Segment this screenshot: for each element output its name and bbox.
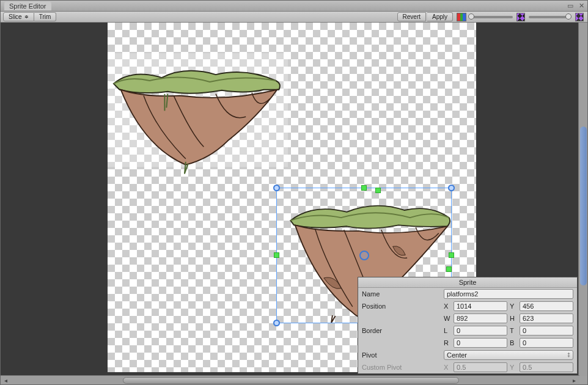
apply-button[interactable]: Apply bbox=[427, 12, 453, 21]
cp-y-label: Y bbox=[510, 364, 518, 371]
horizontal-scrollbar-thumb[interactable] bbox=[123, 377, 459, 384]
border-label: Border bbox=[362, 327, 441, 334]
hscroll-right-arrow-icon[interactable]: ▸ bbox=[570, 376, 578, 384]
pivot-label: Pivot bbox=[362, 351, 441, 359]
cp-y-field: 0.5 bbox=[520, 362, 573, 372]
sprite-inspector: Sprite Name platforms2 Position X1014 Y4… bbox=[358, 277, 578, 374]
pos-h-label: H bbox=[510, 315, 518, 322]
cp-x-field: 0.5 bbox=[454, 362, 507, 372]
border-b-label: B bbox=[510, 339, 518, 346]
slice-dropdown-arrow-icon: ≑ bbox=[24, 14, 29, 20]
close-icon[interactable]: ✕ bbox=[578, 2, 585, 9]
border-t-label: T bbox=[510, 327, 518, 334]
trim-button[interactable]: Trim bbox=[34, 12, 57, 21]
vertical-scrollbar-thumb[interactable] bbox=[580, 127, 587, 285]
horizontal-scrollbar[interactable]: ◂ ▸ bbox=[1, 375, 579, 384]
dropdown-arrow-icon: ‡ bbox=[567, 352, 570, 358]
border-l-field[interactable]: 0 bbox=[454, 326, 507, 336]
alpha-slider[interactable] bbox=[470, 16, 513, 18]
window-title-tab[interactable]: Sprite Editor bbox=[4, 2, 51, 10]
pos-y-field[interactable]: 456 bbox=[520, 301, 573, 311]
alpha-slider-thumb[interactable] bbox=[468, 13, 474, 20]
sprite-editor-window: Sprite Editor ▭ ✕ Slice ≑ Trim Revert Ap… bbox=[0, 0, 588, 385]
border-l-label: L bbox=[444, 327, 452, 334]
window-controls: ▭ ✕ bbox=[567, 2, 585, 9]
sprite-thumbnail-1[interactable] bbox=[108, 56, 288, 178]
pos-w-label: W bbox=[444, 315, 452, 322]
pivot-dropdown[interactable]: Center ‡ bbox=[444, 350, 573, 360]
mip-checker-icon[interactable] bbox=[575, 13, 584, 21]
pos-w-field[interactable]: 892 bbox=[454, 314, 507, 323]
inspector-header: Sprite bbox=[358, 277, 577, 288]
border-r-field[interactable]: 0 bbox=[454, 338, 507, 348]
zoom-slider-thumb[interactable] bbox=[565, 13, 571, 20]
border-r-label: R bbox=[444, 339, 452, 346]
border-b-field[interactable]: 0 bbox=[520, 338, 573, 348]
zoom-slider[interactable] bbox=[529, 16, 571, 18]
toolbar-right: Revert Apply bbox=[397, 12, 584, 21]
title-bar: Sprite Editor ▭ ✕ bbox=[1, 1, 587, 12]
pos-x-label: X bbox=[444, 302, 452, 310]
hscroll-left-arrow-icon[interactable]: ◂ bbox=[2, 376, 10, 384]
pos-x-field[interactable]: 1014 bbox=[454, 301, 507, 311]
vertical-scrollbar[interactable] bbox=[578, 23, 587, 376]
undock-icon[interactable]: ▭ bbox=[567, 2, 574, 9]
pos-y-label: Y bbox=[510, 302, 518, 310]
position-label: Position bbox=[362, 302, 441, 310]
name-label: Name bbox=[362, 290, 441, 298]
pivot-value: Center bbox=[447, 351, 467, 359]
slice-label: Slice bbox=[9, 13, 22, 20]
toolbar: Slice ≑ Trim Revert Apply bbox=[1, 12, 587, 23]
pos-h-field[interactable]: 623 bbox=[520, 314, 573, 323]
alpha-checker-icon[interactable] bbox=[516, 13, 525, 21]
revert-button[interactable]: Revert bbox=[397, 12, 426, 21]
custom-pivot-label: Custom Pivot bbox=[362, 364, 441, 371]
name-field[interactable]: platforms2 bbox=[444, 289, 573, 299]
rgb-toggle-icon[interactable] bbox=[457, 13, 466, 21]
slice-button[interactable]: Slice ≑ bbox=[3, 12, 34, 21]
border-t-field[interactable]: 0 bbox=[520, 326, 573, 336]
cp-x-label: X bbox=[444, 364, 452, 371]
